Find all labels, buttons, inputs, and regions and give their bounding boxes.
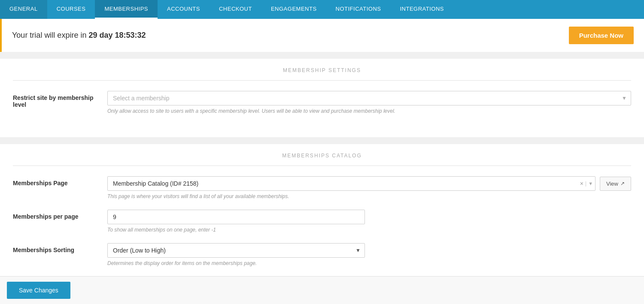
memberships-per-page-input[interactable]	[107, 210, 365, 224]
restrict-site-label: Restrict site by membership level	[13, 91, 107, 108]
nav-memberships[interactable]: MEMBERSHIPS	[95, 0, 158, 19]
trial-countdown: 29 day 18:53:32	[88, 31, 146, 39]
nav-engagements[interactable]: ENGAGEMENTS	[261, 0, 326, 19]
save-changes-button[interactable]: Save Changes	[7, 282, 70, 299]
memberships-sorting-label: Memberships Sorting	[13, 243, 107, 253]
restrict-site-row: Restrict site by membership level Select…	[13, 91, 631, 114]
nav-accounts[interactable]: ACCOUNTS	[158, 0, 210, 19]
trial-banner: Your trial will expire in 29 day 18:53:3…	[0, 19, 644, 52]
memberships-sorting-field: Order (Low to High) Order (High to Low) …	[107, 243, 631, 266]
memberships-page-field: Membership Catalog (ID# 2158) × | ▼ View…	[107, 176, 631, 199]
view-memberships-page-button[interactable]: View ↗	[600, 177, 631, 191]
restrict-site-field: Select a membership ▼ Only allow access …	[107, 91, 631, 114]
main-content: MEMBERSHIP SETTINGS Restrict site by mem…	[0, 59, 644, 304]
memberships-page-hint: This page is where your visitors will fi…	[107, 193, 631, 199]
membership-settings-section: MEMBERSHIP SETTINGS Restrict site by mem…	[0, 59, 644, 137]
memberships-per-page-hint: To show all memberships on one page, ent…	[107, 227, 631, 233]
memberships-catalog-title: MEMBERSHIPS CATALOG	[13, 153, 631, 159]
memberships-sorting-row: Memberships Sorting Order (Low to High) …	[13, 243, 631, 266]
memberships-page-select[interactable]: Membership Catalog (ID# 2158)	[107, 176, 595, 191]
top-nav: GENERAL COURSES MEMBERSHIPS ACCOUNTS CHE…	[0, 0, 644, 19]
memberships-sorting-select[interactable]: Order (Low to High) Order (High to Low) …	[107, 243, 365, 258]
restrict-site-select[interactable]: Select a membership	[107, 91, 631, 105]
memberships-catalog-section: MEMBERSHIPS CATALOG Memberships Page Mem…	[0, 144, 644, 289]
section-divider-2	[13, 166, 631, 166]
restrict-site-select-wrapper: Select a membership ▼	[107, 91, 631, 105]
clear-memberships-page-icon[interactable]: ×	[580, 180, 583, 187]
membership-settings-title: MEMBERSHIP SETTINGS	[13, 67, 631, 73]
memberships-sorting-hint: Determines the display order for items o…	[107, 260, 631, 266]
memberships-page-select-container: Membership Catalog (ID# 2158) × | ▼	[107, 176, 595, 191]
nav-integrations[interactable]: INTEGRATIONS	[390, 0, 453, 19]
nav-checkout[interactable]: CHECKOUT	[210, 0, 261, 19]
nav-notifications[interactable]: NOTIFICATIONS	[326, 0, 391, 19]
nav-general[interactable]: GENERAL	[0, 0, 47, 19]
purchase-now-button[interactable]: Purchase Now	[569, 27, 634, 44]
restrict-site-hint: Only allow access to site to users with …	[107, 108, 631, 114]
view-label: View	[606, 181, 618, 187]
nav-courses[interactable]: COURSES	[47, 0, 95, 19]
memberships-sorting-select-wrapper: Order (Low to High) Order (High to Low) …	[107, 243, 365, 258]
memberships-per-page-field: To show all memberships on one page, ent…	[107, 210, 631, 233]
memberships-per-page-row: Memberships per page To show all members…	[13, 210, 631, 233]
memberships-per-page-label: Memberships per page	[13, 210, 107, 220]
trial-text: Your trial will expire in 29 day 18:53:3…	[12, 31, 146, 40]
memberships-page-row: Memberships Page Membership Catalog (ID#…	[13, 176, 631, 199]
section-divider-1	[13, 80, 631, 81]
external-link-icon: ↗	[620, 181, 625, 187]
save-bar: Save Changes	[0, 276, 644, 304]
trial-prefix: Your trial will expire in	[12, 31, 88, 39]
memberships-page-wrapper: Membership Catalog (ID# 2158) × | ▼ View…	[107, 176, 631, 191]
memberships-page-label: Memberships Page	[13, 176, 107, 187]
